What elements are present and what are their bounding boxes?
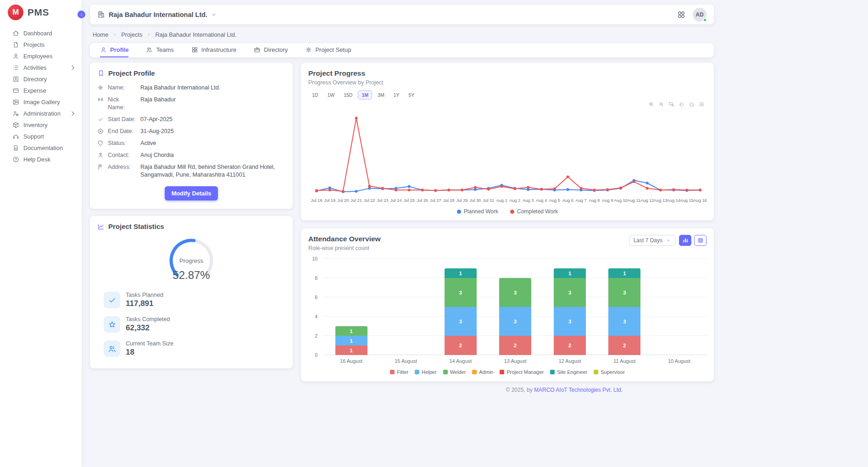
bar-value-label: 2 [514, 343, 517, 348]
legend-item-admin[interactable]: Admin [472, 369, 493, 375]
range-button-1y[interactable]: 1Y [390, 90, 403, 100]
bar-value-label: 3 [623, 319, 626, 324]
y-axis-label: 4 [315, 314, 317, 319]
zoom-in-icon[interactable] [648, 101, 654, 107]
tab-profile[interactable]: Profile [100, 43, 128, 57]
sidebar-item-support[interactable]: Support [0, 131, 82, 142]
sidebar-item-image-gallery[interactable]: Image Gallery [0, 96, 82, 108]
tab-teams[interactable]: Teams [146, 43, 173, 57]
x-axis-label: 11 August [597, 358, 652, 364]
restore-icon[interactable] [679, 101, 684, 107]
sidebar-item-help-desk[interactable]: Help Desk [0, 154, 82, 165]
x-axis-label: Jul 20 [337, 198, 349, 203]
stacked-bar[interactable]: 2331 [554, 268, 586, 355]
sidebar-item-directory[interactable]: Directory [0, 73, 82, 85]
tab-label: Infrastructure [201, 46, 237, 53]
bar-value-label: 3 [623, 290, 626, 295]
footer-link[interactable]: MARCO AIoT Technologies Pvt. Ltd. [534, 387, 623, 393]
sidebar-item-activities[interactable]: Activities [0, 62, 82, 73]
chevron-right-icon [69, 110, 76, 117]
legend-item-site-engineer[interactable]: Site Engineer [550, 369, 587, 375]
field-value: Anuj Chordia [140, 151, 174, 159]
project-statistics-card: Project Statistics Progress 52.87% Tasks… [90, 216, 293, 368]
help-icon [12, 156, 19, 163]
sidebar-item-administration[interactable]: Administration [0, 108, 82, 119]
legend-item-project-manager[interactable]: Project Manager [500, 369, 544, 375]
range-button-1m[interactable]: 1M [358, 90, 372, 100]
stat-current-team-size: Current Team Size18 [104, 340, 285, 357]
legend-item-supervisor[interactable]: Supervisor [594, 369, 625, 375]
profile-field-address: Address:Raja Bahadur Mill Rd, behind She… [97, 163, 285, 179]
stacked-bar[interactable]: 111 [335, 326, 367, 355]
shield-icon [97, 140, 104, 146]
range-button-3m[interactable]: 3M [374, 90, 388, 100]
field-value: Raja Bahadur Mill Rd, behind Sheraton Gr… [140, 163, 285, 179]
bar-chart-view-button[interactable] [679, 235, 691, 246]
bar-segment-fitter: 2 [445, 336, 477, 355]
sidebar-item-projects[interactable]: Projects [0, 39, 82, 50]
legend-label: Helper [422, 369, 436, 375]
field-value: Raja Bahadur International Ltd. [140, 84, 220, 92]
x-axis-label: Aug 12 [640, 198, 654, 203]
stacked-bar[interactable]: 2331 [445, 268, 477, 355]
legend-item-helper[interactable]: Helper [415, 369, 436, 375]
box-zoom-icon[interactable] [668, 101, 674, 107]
tab-infrastructure[interactable]: Infrastructure [191, 43, 237, 57]
x-axis-label: Aug 1 [496, 198, 507, 203]
menu-icon[interactable] [699, 101, 705, 107]
sidebar-collapse-button[interactable] [77, 10, 86, 19]
sidebar-item-documentation[interactable]: Documentation [0, 142, 82, 154]
stat-value: 62,332 [126, 323, 170, 333]
users-icon [146, 46, 153, 53]
bar-segment-welder: 3 [554, 278, 586, 307]
tab-label: Directory [264, 46, 288, 53]
range-button-1w[interactable]: 1W [323, 90, 338, 100]
tab-directory[interactable]: Directory [254, 43, 288, 57]
range-button-1d[interactable]: 1D [308, 90, 322, 100]
sidebar-item-label: Support [23, 133, 44, 140]
date-range-select[interactable]: Last 7 Days [629, 235, 675, 246]
company-selector[interactable]: Raja Bahadur International Ltd. [97, 11, 217, 18]
legend-item-planned-work[interactable]: Planned Work [457, 208, 498, 215]
bar-segment-site-engineer: 1 [554, 268, 586, 278]
gear-icon [97, 84, 104, 91]
sidebar-item-employees[interactable]: Employees [0, 50, 82, 62]
table-view-button[interactable] [694, 235, 707, 246]
modify-details-button[interactable]: Modify Details [165, 186, 218, 200]
check-icon [108, 296, 117, 305]
tab-bar: ProfileTeamsInfrastructureDirectoryProje… [90, 43, 714, 57]
legend-item-welder[interactable]: Welder [443, 369, 466, 375]
legend-item-completed-work[interactable]: Completed Work [510, 208, 558, 215]
range-button-15d[interactable]: 15D [340, 90, 356, 100]
bar-value-label: 2 [459, 343, 462, 348]
profile-field-contact: Contact:Anuj Chordia [97, 151, 285, 159]
breadcrumb-item-home[interactable]: Home [93, 31, 108, 38]
profile-fields: Name:Raja Bahadur International Ltd.Nick… [97, 84, 285, 179]
home-icon[interactable] [689, 101, 695, 107]
progress-line-chart: Jul 18Jul 19Jul 20Jul 21Jul 22Jul 23Jul … [308, 108, 707, 204]
sidebar-item-inventory[interactable]: Inventory [0, 119, 82, 131]
sidebar-item-dashboard[interactable]: Dashboard [0, 28, 82, 39]
breadcrumb: HomeProjectsRaja Bahadur International L… [93, 30, 714, 39]
contact-icon [12, 76, 19, 83]
stacked-bar[interactable]: 2331 [608, 268, 640, 355]
legend-item-fitter[interactable]: Fitter [390, 369, 408, 375]
progress-gauge: Progress 52.87% [97, 236, 285, 282]
breadcrumb-item-projects[interactable]: Projects [121, 31, 142, 38]
tab-project-setup[interactable]: Project Setup [305, 43, 351, 57]
selected-range: Last 7 Days [634, 237, 662, 244]
stacked-bar[interactable]: 233 [499, 278, 531, 355]
range-button-5y[interactable]: 5Y [405, 90, 418, 100]
x-axis-label: 10 August [652, 358, 707, 364]
apps-grid-icon[interactable] [677, 11, 685, 19]
time-range-buttons: 1D1W15D1M3M1Y5Y [308, 90, 707, 100]
chart-legend: FitterHelperWelderAdminProject ManagerSi… [308, 369, 707, 375]
brand[interactable]: M PMS [0, 0, 82, 25]
y-axis-label: 10 [312, 256, 317, 261]
zoom-out-icon[interactable] [658, 101, 664, 107]
legend-label: Planned Work [464, 208, 498, 215]
user-avatar[interactable]: AD [693, 8, 707, 22]
sidebar-item-expense[interactable]: Expense [0, 85, 82, 96]
image-icon [12, 99, 19, 106]
field-label: Nick Name: [108, 96, 136, 111]
